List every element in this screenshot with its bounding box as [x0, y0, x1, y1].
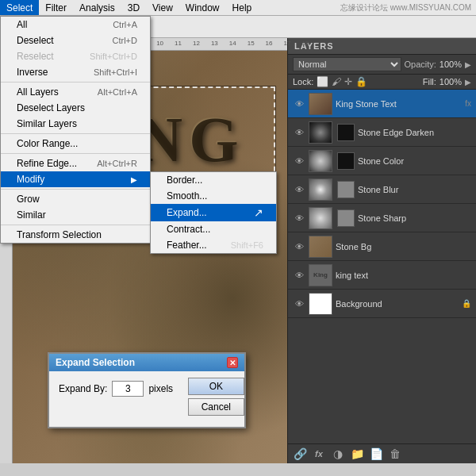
- opacity-label: Opacity:: [405, 60, 436, 69]
- layer-item-background[interactable]: 👁 Background 🔒: [288, 290, 476, 318]
- menu-item-inverse[interactable]: Inverse Shift+Ctrl+I: [1, 64, 150, 80]
- lock-label: Lock:: [293, 77, 313, 86]
- lock-all-icon[interactable]: 🔒: [355, 76, 367, 87]
- new-layer-icon[interactable]: 📄: [369, 447, 383, 461]
- menu-select[interactable]: Select: [0, 0, 39, 15]
- submenu-item-contract[interactable]: Contract...: [151, 221, 276, 237]
- layer-eye-icon[interactable]: 👁: [293, 269, 305, 282]
- layer-item-stone-bg[interactable]: 👁 Stone Bg: [288, 232, 476, 261]
- layer-eye-icon[interactable]: 👁: [293, 155, 305, 167]
- submenu-item-feather[interactable]: Feather... Shift+F6: [151, 237, 276, 253]
- fill-label: Fill:: [423, 77, 436, 86]
- lock-pixels-icon[interactable]: 🖌: [332, 76, 341, 87]
- layer-thumbnail: [309, 93, 332, 115]
- menu-item-color-range[interactable]: Color Range...: [1, 136, 150, 152]
- layer-name: Stone Bg: [336, 242, 471, 251]
- layers-header: LAYERS: [288, 38, 476, 55]
- menu-separator: [1, 82, 150, 83]
- expand-by-input[interactable]: [112, 381, 144, 397]
- layer-mask-thumbnail: [337, 152, 355, 170]
- menu-help[interactable]: Help: [226, 0, 259, 15]
- modify-submenu: Border... Smooth... Expand... ↗ Contract…: [150, 171, 277, 254]
- watermark: 忘缘设计论坛 www.MISSYUAN.COM: [340, 2, 476, 13]
- menu-item-label: Reselect: [17, 51, 54, 62]
- menubar: Select Filter Analysis 3D View Window He…: [0, 0, 476, 16]
- layer-name: Stone Sharp: [358, 213, 471, 223]
- menu-analysis[interactable]: Analysis: [73, 0, 121, 15]
- layer-eye-icon[interactable]: 👁: [293, 98, 305, 110]
- layer-item-king-text[interactable]: 👁 King king text: [288, 261, 476, 290]
- menu-item-modify[interactable]: Modify ▶ Border... Smooth... Expand... ↗…: [1, 171, 150, 187]
- menu-item-label: Refine Edge...: [17, 158, 77, 169]
- menu-item-all[interactable]: All Ctrl+A: [1, 17, 150, 33]
- dialog-title: Expand Selection: [56, 357, 135, 368]
- menu-item-refine-edge[interactable]: Refine Edge... Alt+Ctrl+R: [1, 155, 150, 171]
- menu-separator: [1, 133, 150, 134]
- layer-name: Stone Blur: [358, 185, 471, 194]
- menu-item-label: Similar Layers: [17, 118, 77, 129]
- opacity-arrow-icon[interactable]: ▶: [465, 60, 471, 69]
- dialog-close-button[interactable]: ✕: [227, 357, 238, 368]
- pixels-label: pixels: [148, 383, 173, 394]
- layer-item-stone-sharp[interactable]: 👁 Stone Sharp: [288, 204, 476, 232]
- layer-thumbnail: [309, 293, 332, 315]
- layer-name: King Stone Text: [336, 99, 460, 109]
- submenu-item-border[interactable]: Border...: [151, 172, 276, 188]
- menu-item-label: Transform Selection: [17, 229, 102, 240]
- delete-layer-icon[interactable]: 🗑: [388, 447, 402, 461]
- menu-item-deselect[interactable]: Deselect Ctrl+D: [1, 33, 150, 48]
- layer-item-stone-edge[interactable]: 👁 Stone Edge Darken: [288, 118, 476, 147]
- lock-position-icon[interactable]: ✛: [344, 76, 352, 87]
- ok-button[interactable]: OK: [188, 378, 244, 395]
- expand-selection-dialog: Expand Selection ✕ Expand By: pixels OK …: [48, 352, 246, 428]
- layer-eye-icon[interactable]: 👁: [293, 183, 305, 196]
- menu-item-label: Expand...: [167, 207, 207, 218]
- layer-name: Stone Edge Darken: [358, 128, 471, 137]
- link-icon[interactable]: 🔗: [293, 447, 307, 461]
- layer-mask-thumbnail: [337, 124, 355, 141]
- cancel-button[interactable]: Cancel: [188, 398, 244, 416]
- layers-bottom-toolbar: 🔗 fx ◑ 📁 📄 🗑: [288, 443, 476, 463]
- lock-transparent-icon[interactable]: ⬜: [317, 76, 328, 87]
- layer-mask-thumbnail: [337, 181, 355, 198]
- menu-separator: [1, 225, 150, 225]
- layer-eye-icon[interactable]: 👁: [293, 240, 305, 253]
- menu-item-all-layers[interactable]: All Layers Alt+Ctrl+A: [1, 84, 150, 100]
- layer-thumbnail: [309, 150, 332, 172]
- layer-item-king-stone-text[interactable]: 👁 King Stone Text fx: [288, 90, 476, 118]
- menu-item-reselect[interactable]: Reselect Shift+Ctrl+D: [1, 48, 150, 64]
- layer-item-stone-blur[interactable]: 👁 Stone Blur: [288, 175, 476, 204]
- menu-3d[interactable]: 3D: [121, 0, 146, 15]
- layer-eye-icon[interactable]: 👁: [293, 126, 305, 139]
- menu-item-similar[interactable]: Similar: [1, 207, 150, 223]
- new-group-icon[interactable]: 📁: [350, 447, 364, 461]
- menu-item-grow[interactable]: Grow: [1, 191, 150, 207]
- layer-thumbnail: [309, 178, 332, 201]
- menu-window[interactable]: Window: [179, 0, 226, 15]
- menu-item-deselect-layers[interactable]: Deselect Layers: [1, 100, 150, 116]
- layer-name: king text: [336, 271, 471, 280]
- layer-eye-icon[interactable]: 👁: [293, 212, 305, 225]
- layer-item-stone-color[interactable]: 👁 Stone Color: [288, 147, 476, 175]
- submenu-item-expand[interactable]: Expand... ↗: [151, 204, 276, 221]
- layers-panel: LAYERS Normal Opacity: 100% ▶ Lock: ⬜ 🖌 …: [287, 38, 476, 463]
- menu-item-transform-selection[interactable]: Transform Selection: [1, 227, 150, 243]
- layer-thumbnail: [309, 236, 332, 258]
- menu-view[interactable]: View: [146, 0, 179, 15]
- menu-item-label: Deselect: [17, 35, 54, 46]
- dialog-body: Expand By: pixels OK Cancel: [49, 371, 244, 427]
- menu-item-similar-layers[interactable]: Similar Layers: [1, 116, 150, 132]
- fill-arrow-icon[interactable]: ▶: [465, 78, 471, 86]
- menu-item-label: Color Range...: [17, 138, 78, 149]
- submenu-item-smooth[interactable]: Smooth...: [151, 188, 276, 204]
- layer-thumbnail: [309, 207, 332, 229]
- fx-icon[interactable]: fx: [312, 447, 326, 461]
- menu-separator: [1, 189, 150, 190]
- adjustment-layer-icon[interactable]: ◑: [331, 447, 345, 461]
- layer-eye-icon[interactable]: 👁: [293, 298, 305, 310]
- menu-filter[interactable]: Filter: [39, 0, 73, 15]
- blend-mode-select[interactable]: Normal: [293, 57, 401, 71]
- submenu-arrow-icon: ▶: [131, 175, 137, 184]
- dropdown-overlay: All Ctrl+A Deselect Ctrl+D Reselect Shif…: [0, 16, 151, 244]
- menu-shortcut: Ctrl+A: [113, 20, 137, 29]
